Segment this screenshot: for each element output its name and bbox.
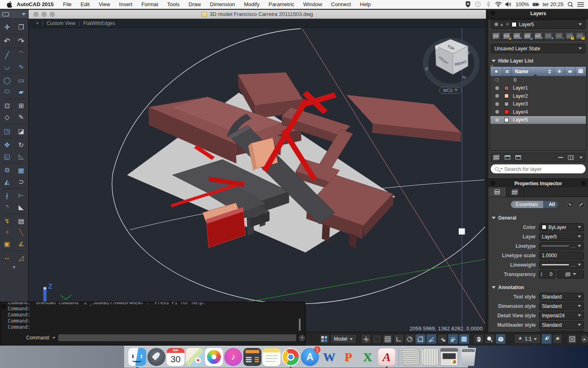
- fillet-tool[interactable]: ◝: [1, 202, 13, 212]
- dock-icon-word[interactable]: W: [320, 348, 338, 366]
- arc-tool[interactable]: ⌒: [16, 49, 27, 60]
- viewcube-top-face[interactable]: [435, 39, 468, 54]
- pan-button[interactable]: [474, 334, 484, 344]
- spotlight-icon[interactable]: [567, 1, 574, 8]
- window-title-bar[interactable]: 3D model Francisco Carreira 20111503.dwg: [29, 10, 486, 19]
- transparency-input[interactable]: 0: [539, 270, 555, 278]
- hide-layer-list-toggle[interactable]: Hide Layer List: [488, 56, 588, 65]
- layer-row-1[interactable]: Layer1: [490, 84, 586, 92]
- ucs-axis-tool[interactable]: ⌖: [1, 227, 13, 238]
- layer-color-swatch[interactable]: [504, 86, 509, 90]
- move-tool[interactable]: ✥: [1, 139, 13, 150]
- menu-dimension[interactable]: Dimension: [205, 0, 239, 9]
- extend-tool[interactable]: ⊢: [16, 190, 27, 201]
- ortho-toggle[interactable]: [394, 334, 404, 344]
- layer-visibility-icon[interactable]: [495, 94, 499, 98]
- viewcube-east[interactable]: E: [461, 75, 467, 79]
- unlock-layer-button[interactable]: [575, 32, 585, 40]
- dock-icon-launchpad[interactable]: [147, 348, 165, 366]
- make-current-layer-button[interactable]: [523, 32, 533, 40]
- text-style-dropdown[interactable]: Standard: [539, 293, 584, 301]
- layer-visibility-icon[interactable]: [495, 118, 499, 122]
- linetype-dropdown[interactable]: ...: [539, 242, 584, 250]
- offset-tool[interactable]: ⊃: [16, 176, 27, 187]
- view-control[interactable]: Custom View: [47, 20, 75, 26]
- trim-tool[interactable]: ∤: [1, 190, 13, 201]
- detail-view-style-dropdown[interactable]: Imperial24: [539, 312, 584, 320]
- menu-draw[interactable]: Draw: [184, 0, 205, 9]
- layer-search-input[interactable]: [504, 166, 581, 172]
- layer-row-4[interactable]: Layer4: [490, 108, 586, 116]
- layer-state-dropdown[interactable]: Unsaved Layer State: [491, 44, 586, 53]
- lineweight-dropdown[interactable]: ...: [539, 261, 584, 269]
- menu-insert[interactable]: Insert: [115, 0, 137, 9]
- new-layer-button[interactable]: [491, 32, 502, 40]
- circle-tool[interactable]: ◯: [1, 75, 13, 85]
- rotate-tool[interactable]: ↻: [16, 139, 27, 150]
- tab-layers[interactable]: [506, 187, 524, 197]
- osnap-tracking-toggle[interactable]: [426, 334, 437, 344]
- dimension-style-dropdown[interactable]: Standard: [539, 302, 584, 310]
- dock-icon-trash[interactable]: [459, 348, 477, 366]
- dock-icon-chrome[interactable]: [282, 348, 300, 366]
- layer-color-swatch[interactable]: [504, 118, 509, 122]
- model-space-button[interactable]: Model: [330, 334, 356, 344]
- annotation-section-header[interactable]: Annotation: [488, 279, 588, 292]
- command-options-caret-icon[interactable]: [52, 337, 56, 339]
- image-tool[interactable]: ▤: [16, 215, 27, 226]
- viewport-add-button[interactable]: +: [36, 20, 39, 26]
- dock-icon-window-preview[interactable]: [440, 348, 458, 366]
- match-layer-button[interactable]: ↗: [533, 32, 544, 40]
- layer-row-3[interactable]: Layer3: [490, 100, 586, 108]
- mirror-tool[interactable]: ◭: [1, 176, 13, 187]
- layer-visibility-icon[interactable]: [495, 102, 499, 106]
- new-group-filter-icon[interactable]: [515, 155, 521, 159]
- lock-layer-button[interactable]: [565, 32, 575, 40]
- columns-icon[interactable]: [568, 155, 574, 160]
- segment-all[interactable]: All: [543, 201, 559, 208]
- menu-modify[interactable]: Modify: [239, 0, 264, 9]
- wcs-dropdown[interactable]: WCS: [439, 87, 461, 94]
- tab-properties[interactable]: [488, 187, 506, 197]
- dock-icon-notes[interactable]: [263, 348, 281, 366]
- clean-screen-button[interactable]: [567, 334, 577, 344]
- dock-icon-powerpoint[interactable]: P: [339, 348, 357, 366]
- region-tool[interactable]: ▰: [16, 86, 27, 97]
- visual-style-control[interactable]: FlatWithEdges: [83, 20, 115, 26]
- scale-tool[interactable]: ◱: [1, 151, 13, 162]
- transparency-bylayer-button[interactable]: [557, 270, 584, 278]
- layer-row-2[interactable]: Layer2: [490, 92, 586, 100]
- viewcube-south[interactable]: S: [424, 66, 429, 72]
- isolate-layer-button[interactable]: ○: [554, 32, 565, 40]
- chevron-down-icon[interactable]: [579, 157, 583, 159]
- volume-icon[interactable]: [505, 1, 512, 8]
- box-ball-tool[interactable]: ⊡: [1, 100, 13, 111]
- viewcube-front-face[interactable]: [435, 46, 453, 74]
- slope-tool[interactable]: ◺: [16, 151, 27, 162]
- construction-line-tool[interactable]: ╲: [16, 227, 27, 238]
- layer-table-header[interactable]: Name ✳: [490, 67, 586, 76]
- dock-icon-calculator[interactable]: [243, 348, 261, 366]
- transparency-toggle[interactable]: [459, 334, 469, 344]
- line-tool[interactable]: ╱: [1, 49, 13, 60]
- tag-edit-tool[interactable]: ✎: [16, 112, 27, 122]
- dock-icon-autocad[interactable]: A: [378, 348, 396, 366]
- current-layer-dropdown[interactable]: 🔒︎ ✳ Layer5: [491, 20, 586, 29]
- object-snap-toggle[interactable]: [415, 334, 425, 344]
- array-tool[interactable]: ▦: [16, 165, 27, 175]
- color-dropdown[interactable]: ByLayer: [539, 223, 584, 231]
- layer-search[interactable]: [491, 164, 586, 173]
- bluetooth-icon[interactable]: [485, 1, 492, 8]
- dock-icon-finder[interactable]: [128, 348, 146, 366]
- menu-clock[interactable]: ter 20:25: [543, 1, 564, 7]
- command-input[interactable]: [58, 334, 297, 341]
- multileader-style-dropdown[interactable]: Standard: [539, 321, 584, 329]
- command-expand-button[interactable]: [299, 335, 305, 341]
- dock-icon-screenshots[interactable]: [421, 348, 439, 366]
- match-properties-tool[interactable]: ↯: [1, 215, 13, 226]
- grid-display-toggle[interactable]: [383, 334, 393, 344]
- box-ball-2-tool[interactable]: ⊞: [16, 100, 27, 111]
- layer-visibility-icon[interactable]: [495, 78, 499, 82]
- selection-grip[interactable]: [459, 229, 465, 234]
- menu-view[interactable]: View: [94, 0, 115, 9]
